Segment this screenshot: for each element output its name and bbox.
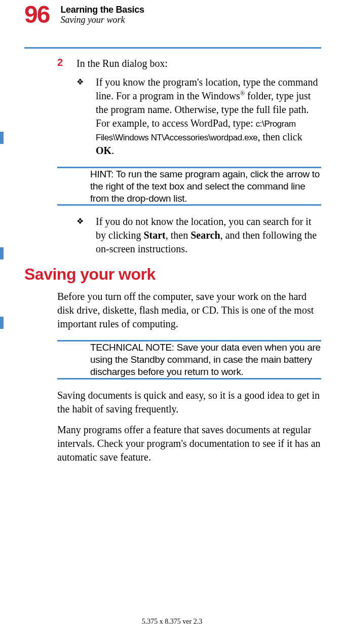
divider <box>57 204 321 206</box>
chapter-title: Learning the Basics <box>60 5 144 15</box>
bullet-item: ❖ If you do not know the location, you c… <box>77 215 321 256</box>
diamond-bullet-icon: ❖ <box>77 215 96 256</box>
hint-note: HINT: To run the same program again, cli… <box>24 167 321 206</box>
divider <box>57 378 321 380</box>
technical-note: TECHNICAL NOTE: Save your data even when… <box>24 340 321 379</box>
step-text: In the Run dialog box: <box>77 57 168 70</box>
bullet-item: ❖ If you know the program's location, ty… <box>77 75 321 158</box>
page-header: 96 Learning the Basics Saving your work <box>24 3 321 27</box>
step-item: 2 In the Run dialog box: <box>57 57 321 70</box>
paragraph: Before you turn off the computer, save y… <box>57 290 321 331</box>
hint-text: HINT: To run the same program again, cli… <box>57 168 321 204</box>
diamond-bullet-icon: ❖ <box>77 75 96 158</box>
page-number: 96 <box>24 3 49 27</box>
bullet-text: If you do not know the location, you can… <box>96 215 321 256</box>
divider <box>24 47 321 49</box>
step-number: 2 <box>57 57 77 70</box>
section-heading: Saving your work <box>24 265 321 284</box>
bullet-text: If you know the program's location, type… <box>96 75 321 158</box>
technical-note-text: TECHNICAL NOTE: Save your data even when… <box>57 342 321 377</box>
section-subtitle: Saving your work <box>60 15 144 25</box>
footer-text: 5.375 x 8.375 ver 2.3 <box>0 618 344 626</box>
paragraph: Saving documents is quick and easy, so i… <box>57 389 321 416</box>
paragraph: Many programs offer a feature that saves… <box>57 423 321 464</box>
